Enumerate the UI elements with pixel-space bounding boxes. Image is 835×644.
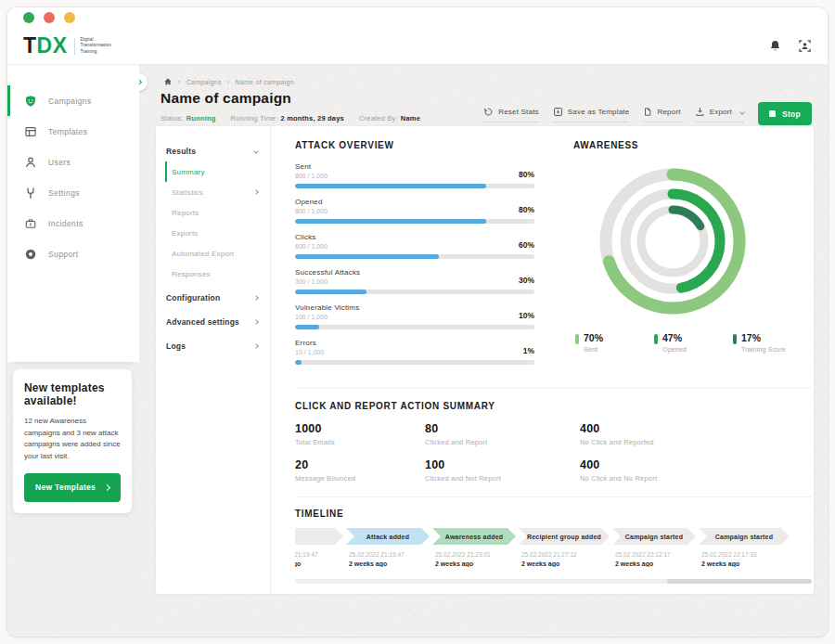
subnav-summary[interactable]: Summary	[165, 161, 270, 182]
logo-text: TDX	[23, 35, 68, 57]
sidebar-item-label: Incidents	[48, 219, 84, 228]
legend-sent: 70%Sent	[575, 332, 654, 353]
chevron-down-icon	[253, 148, 259, 154]
new-templates-button[interactable]: New Templates	[24, 473, 121, 502]
metric-row-sent: Sent800 / 1,00080%	[295, 162, 534, 188]
breadcrumb-campaigns[interactable]: Campaigns	[186, 79, 222, 85]
metric-row-successful-attacks: Successful Attacks300 / 1,00030%	[295, 268, 534, 294]
legend-marker	[733, 334, 737, 344]
sidebar-item-settings[interactable]: Settings	[7, 177, 139, 208]
user-account-icon[interactable]	[798, 39, 812, 53]
stop-button[interactable]: Stop	[758, 102, 812, 125]
main-area: › Campaigns › Name of campaign Name of c…	[139, 65, 828, 637]
subnav-automated-export[interactable]: Automated Export	[165, 243, 270, 264]
campaign-subnav: Results Summary Statistics Reports Expor…	[156, 126, 271, 594]
breadcrumb: › Campaigns › Name of campaign	[163, 77, 294, 86]
campaign-meta: Status:Running Running Time:2 months, 29…	[161, 114, 420, 122]
timeline-scrollbar-track[interactable]	[295, 579, 812, 584]
subnav-responses[interactable]: Responses	[165, 264, 270, 284]
timeline-chip-recipient-group-added[interactable]: Recipient group added	[519, 528, 610, 545]
save-as-template-button[interactable]: Save as Template	[553, 107, 630, 122]
timeline-strip: Attack added Awareness added Recipient g…	[295, 528, 812, 567]
running-time: Running Time:2 months, 29 days	[231, 114, 344, 122]
created-by: Created By:Name	[359, 114, 420, 122]
timeline-chip[interactable]	[295, 528, 343, 545]
subnav-logs[interactable]: Logs	[156, 335, 270, 356]
progress-track	[295, 254, 534, 259]
sidebar-item-templates[interactable]: Templates	[7, 116, 139, 147]
legend-marker	[654, 334, 658, 344]
traffic-light-green[interactable]	[23, 12, 34, 23]
breadcrumb-current: Name of campaign	[235, 79, 294, 85]
users-icon	[23, 156, 37, 169]
sidebar-item-support[interactable]: Support	[7, 238, 139, 269]
progress-track	[295, 184, 534, 188]
app-header: TDX Digital Transformation Training	[7, 28, 828, 65]
legend-opened: 47%Opened	[654, 332, 733, 353]
summary-card: Results Summary Statistics Reports Expor…	[156, 126, 814, 594]
status: Status:Running	[161, 114, 216, 122]
timeline-event-meta: 25.02.2022 21:19:472 weeks ago	[295, 551, 343, 567]
subnav-statistics[interactable]: Statistics	[165, 182, 270, 202]
progress-track	[295, 325, 534, 329]
status-value: Running	[186, 114, 216, 122]
timeline-event-meta: 25.02.2022 21:23:012 weeks ago	[432, 551, 516, 567]
sidebar-item-incidents[interactable]: Incidents	[7, 208, 139, 238]
subnav-reports[interactable]: Reports	[165, 202, 270, 223]
settings-wrench-icon	[23, 187, 37, 200]
campaigns-shield-icon	[23, 95, 37, 108]
new-templates-card: New templates available! 12 new Awarenes…	[13, 369, 132, 513]
timeline-chip-campaign-started[interactable]: Campaign started	[699, 528, 790, 545]
section-divider	[295, 496, 812, 497]
home-icon[interactable]	[163, 77, 173, 86]
tdx-logo: TDX Digital Transformation Training	[23, 35, 111, 57]
stat-clicked-report: 80Clicked and Report	[425, 422, 580, 446]
chevron-right-icon	[253, 343, 259, 349]
reset-stats-button[interactable]: Reset Stats	[483, 107, 539, 122]
incidents-icon	[23, 217, 37, 230]
sidebar-item-users[interactable]: Users	[7, 147, 139, 177]
summary-content: ATTACK OVERVIEW Sent800 / 1,00080% Opene…	[271, 126, 814, 594]
stat-noclick-reported: 400No Click and Reported	[580, 422, 812, 446]
stop-square-icon	[769, 110, 776, 117]
report-button[interactable]: Report	[643, 107, 680, 122]
progress-track	[295, 360, 534, 365]
sidebar-item-label: Users	[48, 158, 71, 167]
subnav-results[interactable]: Results	[156, 140, 270, 161]
promo-title: New templates available!	[24, 381, 121, 408]
chevron-right-icon	[253, 319, 259, 325]
timeline-heading: TIMELINE	[295, 509, 812, 519]
stat-clicked-not-report: 100Clicked and Not Report	[425, 458, 580, 483]
logo-subtitle: Digital Transformation Training	[81, 37, 112, 56]
timeline-chip-attack-added[interactable]: Attack added	[346, 528, 430, 545]
progress-fill	[295, 219, 486, 224]
subnav-advanced-settings[interactable]: Advanced settings	[156, 311, 270, 332]
subnav-exports[interactable]: Exports	[165, 223, 270, 243]
timeline-chip-awareness-added[interactable]: Awareness added	[432, 528, 516, 545]
traffic-light-red[interactable]	[44, 12, 55, 23]
bell-icon[interactable]	[768, 39, 782, 53]
timeline-chip-campaign-started[interactable]: Campaign started	[612, 528, 696, 545]
page-title: Name of campaign	[161, 90, 291, 107]
sidebar-item-campaigns[interactable]: Campaigns	[7, 85, 139, 116]
templates-icon	[23, 125, 37, 138]
awareness-heading: AWARENESS	[573, 140, 812, 150]
subnav-configuration[interactable]: Configuration	[156, 287, 270, 308]
progress-fill	[295, 184, 486, 188]
action-bar: Reset Stats Save as Template Report Expo…	[483, 102, 812, 127]
window-chrome	[7, 7, 828, 28]
timeline-event-meta: 25.02.2022 21:27:122 weeks ago	[519, 551, 610, 567]
stat-message-bounced: 20Message Bounced	[295, 458, 425, 483]
legend-training-score: 17%Training Score	[733, 332, 812, 353]
sidebar-item-label: Support	[48, 250, 79, 259]
traffic-light-yellow[interactable]	[64, 12, 75, 23]
metric-row-clicks: Clicks600 / 1,00060%	[295, 233, 534, 259]
timeline-scrollbar-thumb[interactable]	[667, 579, 812, 584]
click-report-heading: CLICK AND REPORT ACTION SUMMARY	[295, 401, 812, 411]
timeline-event-meta: 25.02.2022 22:17:332 weeks ago	[699, 551, 790, 567]
export-button[interactable]: Export	[695, 107, 744, 122]
chevron-down-icon[interactable]	[739, 109, 745, 115]
click-report-stats: 1000Total Emails 80Clicked and Report 40…	[295, 422, 812, 483]
app-window: TDX Digital Transformation Training	[7, 7, 828, 637]
awareness-legend: 70%Sent 47%Opened 17%Training Score	[575, 332, 812, 353]
